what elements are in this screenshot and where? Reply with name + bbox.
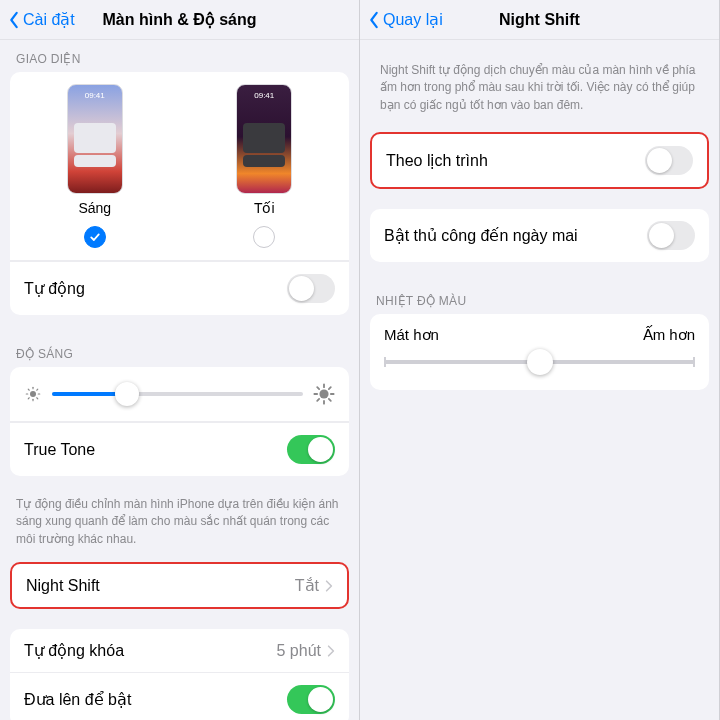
appearance-option-dark[interactable]: 09:41 Tối xyxy=(236,84,292,216)
scheduled-card: Theo lịch trình xyxy=(370,132,709,189)
cooler-label: Mát hơn xyxy=(384,326,439,344)
light-label: Sáng xyxy=(78,200,111,216)
svg-line-8 xyxy=(37,389,38,390)
raise-row: Đưa lên để bật xyxy=(10,672,349,720)
preview-widget-icon xyxy=(243,155,285,167)
display-brightness-pane: Cài đặt Màn hình & Độ sáng GIAO DIỆN 09:… xyxy=(0,0,360,720)
svg-line-15 xyxy=(329,399,331,401)
appearance-card: 09:41 Sáng 09:41 Tối xyxy=(10,72,349,315)
svg-point-9 xyxy=(319,389,328,398)
brightness-slider[interactable] xyxy=(52,392,303,396)
appearance-section-title: GIAO DIỆN xyxy=(0,40,359,72)
svg-line-7 xyxy=(28,398,29,399)
automatic-label: Tự động xyxy=(24,279,85,298)
manual-toggle[interactable] xyxy=(647,221,695,250)
autolock-row[interactable]: Tự động khóa 5 phút xyxy=(10,629,349,672)
right-header: Quay lại Night Shift xyxy=(360,0,719,40)
autolock-value: 5 phút xyxy=(277,642,321,660)
temp-section-title: NHIỆT ĐỘ MÀU xyxy=(360,282,719,314)
truetone-label: True Tone xyxy=(24,441,95,459)
appearance-option-light[interactable]: 09:41 Sáng xyxy=(67,84,123,216)
truetone-toggle[interactable] xyxy=(287,435,335,464)
preview-widget-icon xyxy=(74,155,116,167)
back-label: Quay lại xyxy=(383,10,443,29)
svg-line-5 xyxy=(28,389,29,390)
scheduled-label: Theo lịch trình xyxy=(386,151,488,170)
color-temp-card: Mát hơn Ấm hơn xyxy=(370,314,709,390)
page-title: Night Shift xyxy=(499,11,580,29)
preview-widget-icon xyxy=(243,123,285,153)
page-title: Màn hình & Độ sáng xyxy=(103,10,257,29)
brightness-slider-row xyxy=(10,367,349,422)
raise-toggle[interactable] xyxy=(287,685,335,714)
automatic-toggle[interactable] xyxy=(287,274,335,303)
sun-max-icon xyxy=(313,383,335,405)
svg-line-14 xyxy=(317,387,319,389)
brightness-card: True Tone xyxy=(10,367,349,476)
manual-card: Bật thủ công đến ngày mai xyxy=(370,209,709,262)
svg-point-0 xyxy=(30,391,36,397)
preview-time: 09:41 xyxy=(68,91,122,100)
raise-label: Đưa lên để bật xyxy=(24,690,131,709)
nightshift-label: Night Shift xyxy=(26,577,100,595)
radio-light[interactable] xyxy=(84,226,106,248)
dark-label: Tối xyxy=(254,200,275,216)
left-header: Cài đặt Màn hình & Độ sáng xyxy=(0,0,359,40)
svg-line-17 xyxy=(329,387,331,389)
automatic-row: Tự động xyxy=(10,261,349,315)
autolock-label: Tự động khóa xyxy=(24,641,124,660)
autolock-card: Tự động khóa 5 phút Đưa lên để bật xyxy=(10,629,349,720)
chevron-right-icon xyxy=(325,579,333,593)
svg-line-6 xyxy=(37,398,38,399)
truetone-desc: Tự động điều chỉnh màn hình iPhone dựa t… xyxy=(0,496,359,562)
back-button-nightshift[interactable]: Quay lại xyxy=(368,10,443,29)
warmer-label: Ấm hơn xyxy=(643,326,695,344)
brightness-section-title: ĐỘ SÁNG xyxy=(0,335,359,367)
preview-time: 09:41 xyxy=(237,91,291,100)
back-label: Cài đặt xyxy=(23,10,75,29)
sun-min-icon xyxy=(24,385,42,403)
back-button-settings[interactable]: Cài đặt xyxy=(8,10,75,29)
manual-label: Bật thủ công đến ngày mai xyxy=(384,226,578,245)
chevron-left-icon xyxy=(368,11,380,29)
dark-preview-icon: 09:41 xyxy=(236,84,292,194)
nightshift-desc: Night Shift tự động dịch chuyển màu của … xyxy=(360,40,719,132)
truetone-row: True Tone xyxy=(10,422,349,476)
nightshift-card[interactable]: Night Shift Tắt xyxy=(10,562,349,609)
preview-widget-icon xyxy=(74,123,116,153)
light-preview-icon: 09:41 xyxy=(67,84,123,194)
checkmark-icon xyxy=(89,231,101,243)
scheduled-toggle[interactable] xyxy=(645,146,693,175)
slider-thumb-icon xyxy=(527,349,553,375)
svg-line-16 xyxy=(317,399,319,401)
nightshift-pane: Quay lại Night Shift Night Shift tự động… xyxy=(360,0,720,720)
chevron-left-icon xyxy=(8,11,20,29)
radio-dark[interactable] xyxy=(253,226,275,248)
nightshift-value: Tắt xyxy=(295,576,319,595)
color-temp-slider[interactable] xyxy=(384,360,695,364)
chevron-right-icon xyxy=(327,644,335,658)
